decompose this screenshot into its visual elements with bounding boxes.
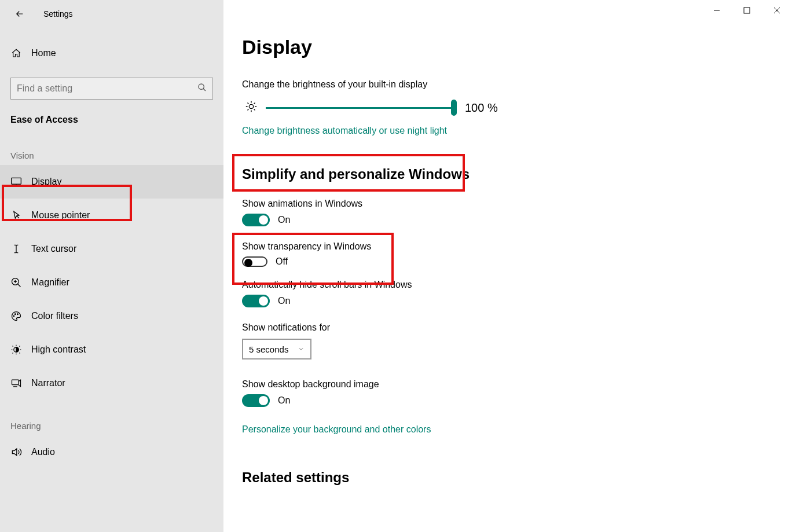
show-transparency-toggle[interactable]: [242, 256, 267, 267]
show-desktop-bg-label: Show desktop background image: [242, 379, 773, 390]
personalize-link[interactable]: Personalize your background and other co…: [242, 424, 431, 435]
arrow-left-icon: [14, 9, 25, 19]
slider-thumb[interactable]: [451, 100, 457, 116]
sidebar-item-label: Narrator: [31, 378, 65, 388]
sidebar-item-label: Audio: [31, 447, 55, 457]
svg-point-9: [249, 104, 253, 108]
auto-hide-scroll-label: Automatically hide scroll bars in Window…: [242, 280, 773, 290]
titlebar: Settings: [0, 0, 223, 28]
main-content: Display Change the brightness of your bu…: [223, 0, 792, 532]
svg-point-3: [13, 315, 14, 317]
brightness-slider[interactable]: [266, 102, 457, 113]
search-input[interactable]: [17, 83, 197, 94]
brightness-label: Change the brightness of your built-in d…: [242, 79, 773, 90]
svg-rect-7: [12, 380, 19, 384]
brightness-row: 100 %: [242, 100, 773, 115]
sidebar-item-label: Mouse pointer: [31, 210, 90, 221]
chevron-down-icon: [298, 346, 305, 353]
maximize-button[interactable]: [732, 0, 762, 21]
minimize-icon: [713, 7, 720, 14]
page-title: Display: [242, 36, 773, 58]
sidebar-item-display[interactable]: Display: [0, 165, 223, 199]
show-transparency-state: Off: [276, 256, 288, 267]
window-controls: [702, 0, 792, 21]
sidebar-item-audio[interactable]: Audio: [0, 435, 223, 469]
brightness-link[interactable]: Change brightness automatically or use n…: [242, 126, 447, 136]
sidebar-item-text-cursor[interactable]: Text cursor: [0, 232, 223, 266]
pointer-icon: [10, 210, 22, 221]
back-button[interactable]: [10, 5, 29, 23]
slider-track: [266, 107, 457, 109]
auto-hide-scroll-state: On: [278, 296, 290, 306]
sidebar-item-label: Text cursor: [31, 244, 76, 254]
sidebar-item-label: Magnifier: [31, 277, 69, 288]
brightness-value: 100 %: [465, 101, 498, 115]
display-icon: [10, 176, 22, 188]
related-settings-heading: Related settings: [242, 469, 773, 486]
group-label-vision: Vision: [10, 151, 223, 160]
notifications-value: 5 seconds: [249, 344, 288, 354]
brightness-icon: [245, 100, 258, 115]
sidebar-item-label: Color filters: [31, 311, 78, 321]
svg-rect-1: [12, 178, 21, 184]
sidebar: Settings Home Ease of Access Vision Disp…: [0, 0, 223, 532]
sidebar-item-high-contrast[interactable]: High contrast: [0, 333, 223, 366]
sidebar-item-magnifier[interactable]: Magnifier: [0, 266, 223, 299]
maximize-icon: [743, 7, 750, 14]
narrator-icon: [10, 377, 22, 389]
app-title: Settings: [43, 9, 73, 19]
group-label-hearing: Hearing: [10, 421, 223, 431]
svg-rect-8: [744, 8, 750, 13]
show-desktop-bg-state: On: [278, 395, 290, 406]
sidebar-item-narrator[interactable]: Narrator: [0, 366, 223, 400]
close-button[interactable]: [762, 0, 792, 21]
home-label: Home: [31, 48, 56, 58]
show-notifications-label: Show notifications for: [242, 322, 773, 333]
show-animations-label: Show animations in Windows: [242, 199, 773, 209]
close-icon: [773, 7, 780, 14]
search-icon: [197, 83, 207, 94]
svg-point-4: [15, 314, 16, 315]
show-animations-toggle[interactable]: [242, 214, 270, 226]
contrast-icon: [10, 344, 22, 355]
palette-icon: [10, 310, 22, 322]
search-box[interactable]: [10, 78, 213, 100]
svg-point-5: [17, 314, 19, 315]
sidebar-item-color-filters[interactable]: Color filters: [0, 299, 223, 333]
auto-hide-scroll-toggle[interactable]: [242, 295, 270, 307]
show-animations-state: On: [278, 215, 290, 225]
sidebar-item-mouse-pointer[interactable]: Mouse pointer: [0, 199, 223, 232]
notifications-dropdown[interactable]: 5 seconds: [242, 339, 311, 359]
sidebar-item-label: Display: [31, 177, 61, 187]
magnifier-icon: [10, 277, 22, 288]
text-cursor-icon: [10, 243, 22, 255]
sidebar-item-home[interactable]: Home: [0, 38, 223, 68]
home-icon: [10, 48, 22, 58]
category-title: Ease of Access: [10, 110, 223, 130]
show-transparency-label: Show transparency in Windows: [242, 241, 773, 252]
audio-icon: [10, 446, 22, 458]
sidebar-item-label: High contrast: [31, 344, 86, 355]
svg-point-0: [199, 84, 204, 89]
section-simplify-heading: Simplify and personalize Windows: [242, 166, 773, 182]
minimize-button[interactable]: [702, 0, 732, 21]
show-desktop-bg-toggle[interactable]: [242, 394, 270, 407]
